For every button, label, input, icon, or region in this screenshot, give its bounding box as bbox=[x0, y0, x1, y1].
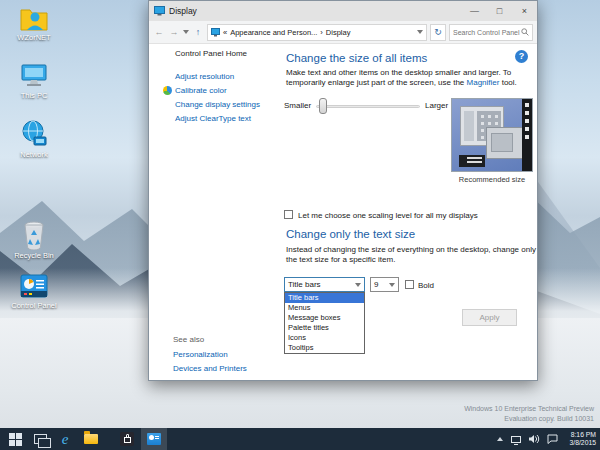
breadcrumb-dropdown-icon[interactable] bbox=[417, 30, 423, 34]
search-input[interactable] bbox=[453, 29, 521, 36]
sidebar-item-adjust-resolution[interactable]: Adjust resolution bbox=[175, 72, 234, 81]
up-button[interactable]: ↑ bbox=[192, 27, 204, 37]
breadcrumb-current[interactable]: Display bbox=[326, 28, 351, 37]
dropdown-option-message-boxes[interactable]: Message boxes bbox=[285, 313, 364, 323]
chevron-down-icon bbox=[355, 283, 361, 287]
breadcrumb-location-icon bbox=[211, 28, 220, 37]
search-box[interactable] bbox=[449, 24, 533, 41]
watermark-line2: Evaluation copy. Build 10031 bbox=[464, 414, 594, 424]
magnifier-link[interactable]: Magnifier bbox=[467, 78, 500, 87]
desktop-icon-label: Network bbox=[5, 151, 63, 159]
breadcrumb[interactable]: « Appearance and Person... › Display bbox=[207, 24, 427, 41]
desktop-icon-control-panel[interactable]: Control Panel bbox=[5, 270, 63, 310]
recent-pages-icon[interactable] bbox=[183, 30, 189, 34]
dropdown-option-palette-titles[interactable]: Palette titles bbox=[285, 323, 364, 333]
clock-time: 8:16 PM bbox=[570, 431, 596, 440]
control-panel-taskbar-icon bbox=[147, 433, 161, 445]
calibrate-color-icon bbox=[163, 86, 172, 95]
network-tray-button[interactable] bbox=[508, 428, 524, 450]
network-icon bbox=[5, 119, 63, 149]
dropdown-option-title-bars[interactable]: Title bars bbox=[285, 293, 364, 303]
desktop-icon-recycle-bin[interactable]: Recycle Bin bbox=[5, 220, 63, 260]
preview-caption: Recommended size bbox=[451, 175, 533, 184]
sidebar-item-adjust-cleartype[interactable]: Adjust ClearType text bbox=[175, 114, 251, 123]
dropdown-option-menus[interactable]: Menus bbox=[285, 303, 364, 313]
recycle-bin-icon bbox=[5, 220, 63, 250]
computer-icon bbox=[5, 60, 63, 90]
user-folder-icon bbox=[5, 2, 63, 32]
item-dropdown-list: Title bars Menus Message boxes Palette t… bbox=[284, 292, 365, 354]
desktop-icon-user-folder[interactable]: WZorNET bbox=[5, 2, 63, 42]
bold-label: Bold bbox=[418, 281, 434, 290]
title-bar[interactable]: Display — □ × bbox=[149, 1, 537, 21]
see-also-devices-printers[interactable]: Devices and Printers bbox=[173, 364, 247, 373]
size-dropdown-value: 9 bbox=[371, 280, 386, 289]
sidebar-item-change-display-settings[interactable]: Change display settings bbox=[175, 100, 260, 109]
desktop-icon-this-pc[interactable]: This PC bbox=[5, 60, 63, 100]
internet-explorer-button[interactable]: e bbox=[54, 428, 76, 450]
help-icon[interactable]: ? bbox=[515, 50, 528, 63]
task-view-icon bbox=[34, 434, 47, 444]
slider-label-smaller: Smaller bbox=[284, 101, 311, 110]
store-icon bbox=[120, 432, 134, 446]
back-button[interactable]: ← bbox=[153, 27, 165, 37]
file-explorer-icon bbox=[84, 434, 98, 444]
section-heading-size-all-items: Change the size of all items bbox=[286, 52, 427, 64]
slider-label-larger: Larger bbox=[425, 101, 448, 110]
refresh-button[interactable]: ↻ bbox=[430, 24, 446, 41]
show-hidden-icons-button[interactable] bbox=[494, 428, 506, 450]
item-dropdown-value: Title bars bbox=[285, 280, 352, 289]
watermark-line1: Windows 10 Enterprise Technical Preview bbox=[464, 404, 594, 414]
see-also-heading: See also bbox=[173, 335, 204, 344]
scaling-slider-track[interactable] bbox=[316, 105, 420, 108]
volume-tray-button[interactable] bbox=[526, 428, 542, 450]
desktop-icon-label: Recycle Bin bbox=[5, 252, 63, 260]
close-button[interactable]: × bbox=[512, 1, 537, 21]
scaling-preview-image bbox=[451, 98, 533, 172]
task-view-button[interactable] bbox=[28, 428, 52, 450]
breadcrumb-overflow[interactable]: « bbox=[223, 28, 227, 37]
scaling-slider-thumb[interactable] bbox=[319, 98, 327, 114]
display-app-icon bbox=[154, 6, 165, 16]
windows-logo-icon bbox=[9, 433, 22, 446]
taskbar: e 8:16 PM 3/8/2015 bbox=[0, 428, 600, 450]
size-all-items-description: Make text and other items on the desktop… bbox=[286, 68, 534, 88]
bold-checkbox[interactable] bbox=[405, 280, 414, 289]
store-button[interactable] bbox=[116, 428, 138, 450]
search-icon bbox=[521, 28, 529, 36]
item-dropdown[interactable]: Title bars bbox=[284, 277, 365, 292]
preview-dialog bbox=[486, 127, 524, 159]
chevron-down-icon bbox=[389, 283, 395, 287]
evaluation-watermark: Windows 10 Enterprise Technical Preview … bbox=[464, 404, 594, 424]
sidebar-item-control-panel-home[interactable]: Control Panel Home bbox=[175, 49, 247, 58]
see-also-personalization[interactable]: Personalization bbox=[173, 350, 228, 359]
maximize-button[interactable]: □ bbox=[487, 1, 512, 21]
chevron-up-icon bbox=[497, 437, 503, 441]
action-center-button[interactable] bbox=[544, 428, 560, 450]
control-panel-icon bbox=[5, 270, 63, 300]
one-scaling-level-label: Let me choose one scaling level for all … bbox=[298, 211, 478, 220]
address-bar: ← → ↑ « Appearance and Person... › Displ… bbox=[149, 21, 537, 44]
minimize-button[interactable]: — bbox=[462, 1, 487, 21]
desktop-icon-network[interactable]: Network bbox=[5, 119, 63, 159]
forward-button[interactable]: → bbox=[168, 27, 180, 37]
display-window: Display — □ × ← → ↑ « Appearance and Per… bbox=[148, 0, 538, 381]
size-dropdown[interactable]: 9 bbox=[370, 277, 399, 292]
dropdown-option-tooltips[interactable]: Tooltips bbox=[285, 343, 364, 353]
speaker-icon bbox=[528, 434, 540, 444]
control-panel-taskbar-button[interactable] bbox=[141, 428, 167, 450]
section-heading-text-size: Change only the text size bbox=[286, 228, 415, 240]
window-title: Display bbox=[169, 6, 197, 16]
sidebar-item-calibrate-color[interactable]: Calibrate color bbox=[175, 86, 227, 95]
taskbar-clock[interactable]: 8:16 PM 3/8/2015 bbox=[570, 428, 596, 450]
breadcrumb-parent[interactable]: Appearance and Person... bbox=[230, 28, 317, 37]
file-explorer-button[interactable] bbox=[80, 428, 102, 450]
one-scaling-level-checkbox[interactable] bbox=[284, 210, 293, 219]
start-button[interactable] bbox=[4, 428, 26, 450]
description-text-after: tool. bbox=[499, 78, 516, 87]
desktop-icon-label: This PC bbox=[5, 92, 63, 100]
apply-button[interactable]: Apply bbox=[462, 309, 517, 326]
dropdown-option-icons[interactable]: Icons bbox=[285, 333, 364, 343]
clock-date: 3/8/2015 bbox=[570, 439, 596, 448]
preview-menu bbox=[459, 155, 485, 167]
